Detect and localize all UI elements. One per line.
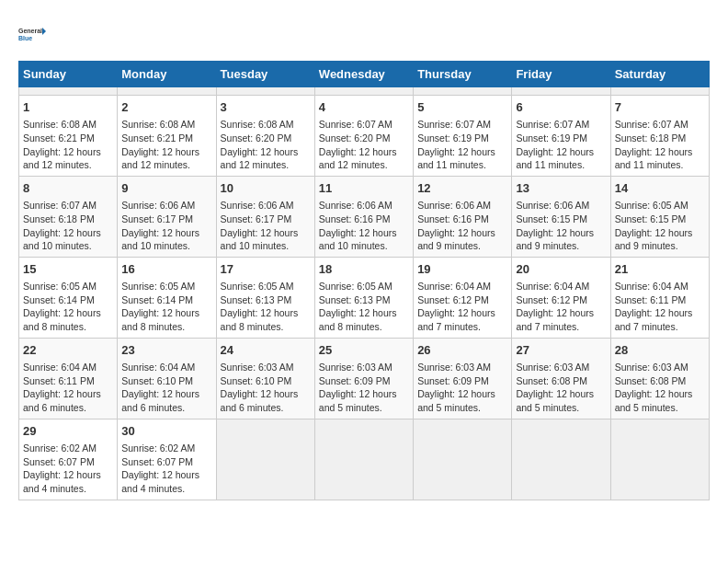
sunset-text: Sunset: 6:13 PM (221, 293, 311, 307)
sunset-text: Sunset: 6:20 PM (319, 132, 409, 145)
svg-text:General: General (18, 28, 42, 34)
calendar-cell: 15Sunrise: 6:05 AMSunset: 6:14 PMDayligh… (19, 257, 118, 338)
sunrise-text: Sunrise: 6:08 AM (23, 118, 113, 132)
daylight-text: Daylight: 12 hours and 12 minutes. (319, 145, 409, 172)
calendar-cell: 24Sunrise: 6:03 AMSunset: 6:10 PMDayligh… (216, 338, 314, 419)
day-number: 4 (319, 99, 409, 116)
sunrise-text: Sunrise: 6:07 AM (417, 118, 507, 132)
day-number: 11 (319, 180, 409, 197)
calendar-cell: 17Sunrise: 6:05 AMSunset: 6:13 PMDayligh… (216, 257, 314, 338)
sunset-text: Sunset: 6:18 PM (23, 213, 113, 226)
sunrise-text: Sunrise: 6:05 AM (319, 280, 409, 293)
calendar-cell: 8Sunrise: 6:07 AMSunset: 6:18 PMDaylight… (19, 176, 118, 257)
sunrise-text: Sunrise: 6:03 AM (516, 361, 606, 374)
sunset-text: Sunset: 6:17 PM (121, 213, 211, 226)
calendar-cell: 11Sunrise: 6:06 AMSunset: 6:16 PMDayligh… (314, 176, 413, 257)
calendar-cell: 26Sunrise: 6:03 AMSunset: 6:09 PMDayligh… (414, 338, 512, 419)
calendar-cell (610, 87, 709, 96)
daylight-text: Daylight: 12 hours and 11 minutes. (516, 145, 606, 172)
calendar-cell: 25Sunrise: 6:03 AMSunset: 6:09 PMDayligh… (314, 338, 413, 419)
day-number: 28 (615, 342, 705, 359)
calendar-week-row: 1Sunrise: 6:08 AMSunset: 6:21 PMDaylight… (19, 96, 710, 177)
day-number: 25 (319, 342, 409, 359)
sunset-text: Sunset: 6:09 PM (417, 374, 507, 388)
sunrise-text: Sunrise: 6:03 AM (615, 361, 705, 374)
sunset-text: Sunset: 6:07 PM (23, 455, 113, 469)
day-number: 3 (221, 99, 311, 116)
calendar-cell (118, 87, 216, 96)
calendar-cell: 1Sunrise: 6:08 AMSunset: 6:21 PMDaylight… (19, 96, 118, 177)
sunrise-text: Sunrise: 6:04 AM (121, 361, 211, 374)
calendar-week-row: 22Sunrise: 6:04 AMSunset: 6:11 PMDayligh… (19, 338, 710, 419)
calendar-cell (414, 419, 512, 500)
header-sunday: Sunday (19, 62, 118, 87)
calendar-cell: 6Sunrise: 6:07 AMSunset: 6:19 PMDaylight… (512, 96, 610, 177)
calendar-cell (512, 87, 610, 96)
calendar-cell: 3Sunrise: 6:08 AMSunset: 6:20 PMDaylight… (216, 96, 314, 177)
calendar-cell: 30Sunrise: 6:02 AMSunset: 6:07 PMDayligh… (118, 419, 216, 500)
sunrise-text: Sunrise: 6:04 AM (516, 280, 606, 293)
logo: General Blue (18, 18, 46, 52)
sunset-text: Sunset: 6:20 PM (221, 132, 311, 145)
svg-marker-2 (42, 28, 46, 35)
day-number: 19 (417, 261, 507, 278)
daylight-text: Daylight: 12 hours and 6 minutes. (221, 387, 311, 414)
header-wednesday: Wednesday (314, 62, 413, 87)
sunrise-text: Sunrise: 6:02 AM (23, 442, 113, 455)
daylight-text: Daylight: 12 hours and 10 minutes. (221, 226, 311, 253)
day-number: 29 (23, 423, 113, 440)
day-number: 21 (615, 261, 705, 278)
sunset-text: Sunset: 6:11 PM (615, 293, 705, 307)
day-number: 8 (23, 180, 113, 197)
daylight-text: Daylight: 12 hours and 7 minutes. (516, 306, 606, 333)
sunset-text: Sunset: 6:13 PM (319, 293, 409, 307)
header-saturday: Saturday (610, 62, 709, 87)
daylight-text: Daylight: 12 hours and 9 minutes. (615, 226, 705, 253)
calendar-cell (512, 419, 610, 500)
calendar-cell: 23Sunrise: 6:04 AMSunset: 6:10 PMDayligh… (118, 338, 216, 419)
calendar-cell: 14Sunrise: 6:05 AMSunset: 6:15 PMDayligh… (610, 176, 709, 257)
daylight-text: Daylight: 12 hours and 11 minutes. (417, 145, 507, 172)
daylight-text: Daylight: 12 hours and 9 minutes. (516, 226, 606, 253)
calendar-cell: 9Sunrise: 6:06 AMSunset: 6:17 PMDaylight… (118, 176, 216, 257)
calendar-cell: 7Sunrise: 6:07 AMSunset: 6:18 PMDaylight… (610, 96, 709, 177)
day-number: 30 (121, 423, 211, 440)
sunrise-text: Sunrise: 6:05 AM (615, 199, 705, 213)
day-number: 27 (516, 342, 606, 359)
calendar-cell: 18Sunrise: 6:05 AMSunset: 6:13 PMDayligh… (314, 257, 413, 338)
sunrise-text: Sunrise: 6:05 AM (121, 280, 211, 293)
day-number: 1 (23, 99, 113, 116)
sunset-text: Sunset: 6:10 PM (221, 374, 311, 388)
calendar-cell (414, 87, 512, 96)
daylight-text: Daylight: 12 hours and 7 minutes. (615, 306, 705, 333)
sunset-text: Sunset: 6:19 PM (417, 132, 507, 145)
sunrise-text: Sunrise: 6:04 AM (417, 280, 507, 293)
calendar-week-row: 15Sunrise: 6:05 AMSunset: 6:14 PMDayligh… (19, 257, 710, 338)
calendar-cell: 20Sunrise: 6:04 AMSunset: 6:12 PMDayligh… (512, 257, 610, 338)
sunrise-text: Sunrise: 6:07 AM (23, 199, 113, 213)
sunrise-text: Sunrise: 6:06 AM (221, 199, 311, 213)
sunset-text: Sunset: 6:17 PM (221, 213, 311, 226)
day-number: 9 (121, 180, 211, 197)
sunset-text: Sunset: 6:21 PM (23, 132, 113, 145)
daylight-text: Daylight: 12 hours and 9 minutes. (417, 226, 507, 253)
sunrise-text: Sunrise: 6:06 AM (121, 199, 211, 213)
day-number: 18 (319, 261, 409, 278)
day-number: 10 (221, 180, 311, 197)
sunrise-text: Sunrise: 6:03 AM (319, 361, 409, 374)
sunset-text: Sunset: 6:07 PM (121, 455, 211, 469)
daylight-text: Daylight: 12 hours and 6 minutes. (23, 387, 113, 414)
calendar-cell (610, 419, 709, 500)
day-number: 26 (417, 342, 507, 359)
sunset-text: Sunset: 6:21 PM (121, 132, 211, 145)
daylight-text: Daylight: 12 hours and 12 minutes. (23, 145, 113, 172)
calendar-cell (216, 87, 314, 96)
sunset-text: Sunset: 6:09 PM (319, 374, 409, 388)
calendar-cell: 4Sunrise: 6:07 AMSunset: 6:20 PMDaylight… (314, 96, 413, 177)
daylight-text: Daylight: 12 hours and 11 minutes. (615, 145, 705, 172)
calendar-table: SundayMondayTuesdayWednesdayThursdayFrid… (18, 61, 710, 500)
calendar-cell: 12Sunrise: 6:06 AMSunset: 6:16 PMDayligh… (414, 176, 512, 257)
calendar-cell: 27Sunrise: 6:03 AMSunset: 6:08 PMDayligh… (512, 338, 610, 419)
sunset-text: Sunset: 6:15 PM (615, 213, 705, 226)
sunrise-text: Sunrise: 6:08 AM (221, 118, 311, 132)
